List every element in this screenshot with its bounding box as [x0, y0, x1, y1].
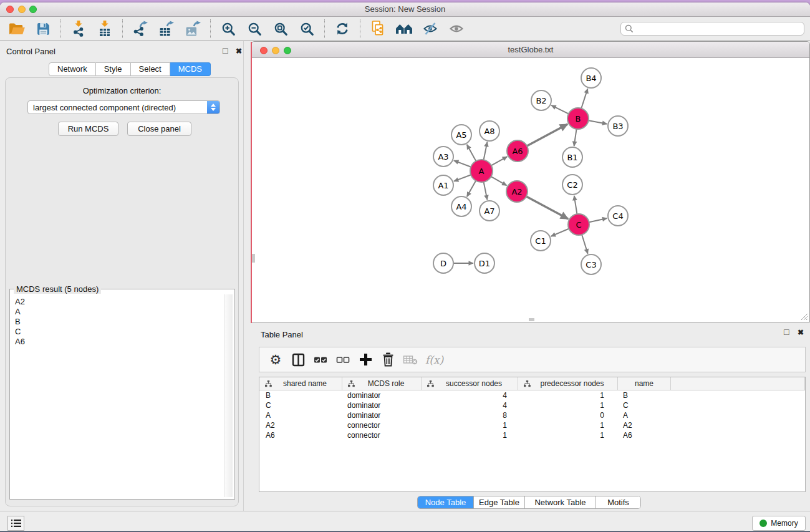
mcds-result-item[interactable]: A [15, 307, 25, 317]
tab-mcds[interactable]: MCDS [170, 62, 211, 76]
tab-motifs[interactable]: Motifs [596, 496, 640, 508]
edge-B-B3[interactable] [588, 120, 607, 124]
memory-label: Memory [771, 519, 798, 528]
network-titlebar: testGlobe.txt [252, 42, 809, 58]
delete-columns-button[interactable] [378, 351, 397, 369]
column-header-predecessor-nodes[interactable]: predecessor nodes [518, 377, 618, 390]
criterion-select[interactable]: largest connected component (directed) [27, 100, 220, 114]
export-image-button[interactable] [183, 19, 203, 39]
edge-C-C2[interactable] [574, 196, 577, 215]
open-session-button[interactable] [7, 19, 27, 39]
float-table-panel-icon[interactable]: □ [784, 327, 789, 337]
mcds-result-item[interactable]: A6 [15, 337, 25, 347]
deselect-all-button[interactable] [334, 351, 352, 369]
home-networks-button[interactable] [394, 19, 414, 39]
node-label-D: D [440, 259, 446, 268]
network-canvas[interactable]: AA1A2A3A4A5A6A7A8BB1B2B3B4CC1C2C3C4DD1 [252, 58, 809, 322]
zoom-window-icon[interactable] [29, 6, 37, 13]
edge-C-C1[interactable] [551, 228, 570, 236]
edge-A-A3[interactable] [454, 160, 471, 167]
import-network-button[interactable] [69, 19, 89, 39]
tab-edge-table[interactable]: Edge Table [474, 496, 525, 508]
mcds-result-scrollbar[interactable] [224, 294, 233, 497]
new-session-from-network-button[interactable] [368, 19, 388, 39]
search-box[interactable] [620, 22, 804, 36]
float-panel-icon[interactable]: □ [223, 46, 228, 56]
node-label-A2: A2 [511, 187, 522, 196]
show-panels-list-button[interactable] [7, 516, 24, 531]
zoom-selected-button[interactable] [297, 19, 317, 39]
import-table-button[interactable] [95, 19, 115, 39]
deselect-all-icon [336, 355, 350, 365]
close-panel-button[interactable]: Close panel [127, 122, 191, 136]
edge-C-C3[interactable] [582, 234, 588, 254]
edge-A2-C[interactable] [526, 196, 568, 219]
zoom-out-button[interactable] [244, 19, 264, 39]
mcds-result-item[interactable]: A2 [15, 297, 25, 307]
zoom-fit-button[interactable] [271, 19, 291, 39]
column-header-name[interactable]: name [618, 377, 671, 390]
edge-A-A5[interactable] [467, 145, 476, 162]
minimize-window-icon[interactable] [18, 6, 26, 13]
node-label-A: A [479, 167, 485, 176]
save-floppy-icon [36, 22, 51, 36]
run-mcds-button[interactable]: Run MCDS [58, 122, 118, 136]
edge-A-A6[interactable] [491, 157, 507, 166]
table-row[interactable]: A2connector11A2 [259, 420, 805, 430]
table-row[interactable]: Cdominator41C [259, 400, 805, 410]
network-scrollbar-left[interactable] [252, 254, 255, 263]
edge-B-B2[interactable] [551, 105, 569, 114]
close-window-icon[interactable] [6, 6, 14, 13]
table-toolbar: ⚙ [259, 347, 806, 372]
mcds-result-item[interactable]: C [15, 327, 25, 337]
edge-A6-B[interactable] [526, 124, 567, 146]
add-column-button[interactable] [356, 351, 375, 369]
column-header-MCDS-role[interactable]: MCDS role [342, 377, 422, 390]
cell: 0 [518, 411, 618, 420]
tab-network[interactable]: Network [49, 62, 96, 76]
export-network-button[interactable] [130, 19, 150, 39]
table-row[interactable]: Adominator80A [259, 410, 805, 420]
destroy-table-button[interactable] [401, 351, 420, 369]
network-scrollbar-bottom[interactable] [529, 318, 534, 321]
column-header-successor-nodes[interactable]: successor nodes [422, 377, 518, 390]
network-close-icon[interactable] [260, 47, 268, 54]
select-all-button[interactable] [311, 351, 330, 369]
cell: A2 [259, 421, 342, 430]
search-input[interactable] [636, 23, 804, 34]
close-panel-icon[interactable]: ✖ [236, 46, 242, 56]
table-row[interactable]: A6connector11A6 [259, 430, 805, 440]
node-label-B: B [576, 114, 581, 123]
tab-network-table[interactable]: Network Table [525, 496, 596, 508]
column-header-shared-name[interactable]: shared name [259, 377, 342, 390]
show-graphics-details-button[interactable] [446, 19, 466, 39]
edge-A-A7[interactable] [483, 181, 487, 200]
edge-A-A1[interactable] [454, 175, 471, 181]
tab-style[interactable]: Style [96, 62, 131, 76]
edge-B-B4[interactable] [581, 89, 588, 109]
zoom-in-button[interactable] [218, 19, 238, 39]
edge-B-B1[interactable] [574, 128, 577, 146]
edge-A-A2[interactable] [491, 177, 507, 186]
select-stepper-icon[interactable] [207, 101, 219, 114]
edge-A-A8[interactable] [483, 142, 487, 161]
close-table-panel-icon[interactable]: ✖ [798, 327, 804, 337]
table-row[interactable]: Bdominator41B [259, 390, 805, 400]
tab-node-table[interactable]: Node Table [418, 496, 474, 508]
save-session-button[interactable] [33, 19, 53, 39]
export-table-button[interactable] [157, 19, 176, 39]
show-columns-button[interactable] [289, 351, 307, 369]
network-minimize-icon[interactable] [272, 47, 279, 54]
edge-C-C4[interactable] [589, 218, 607, 223]
edge-A-A4[interactable] [467, 180, 476, 196]
tab-select[interactable]: Select [131, 62, 170, 76]
mcds-panel: Optimization criterion: largest connecte… [5, 77, 239, 506]
memory-button[interactable]: Memory [752, 516, 806, 531]
mcds-result-item[interactable]: B [15, 317, 25, 327]
refresh-button[interactable] [332, 19, 352, 39]
hide-graphics-details-button[interactable] [420, 19, 440, 39]
function-builder-button[interactable]: f(x) [425, 354, 443, 366]
resize-grip-icon[interactable] [801, 313, 808, 321]
network-zoom-icon[interactable] [284, 47, 291, 54]
table-options-button[interactable]: ⚙ [266, 351, 285, 369]
